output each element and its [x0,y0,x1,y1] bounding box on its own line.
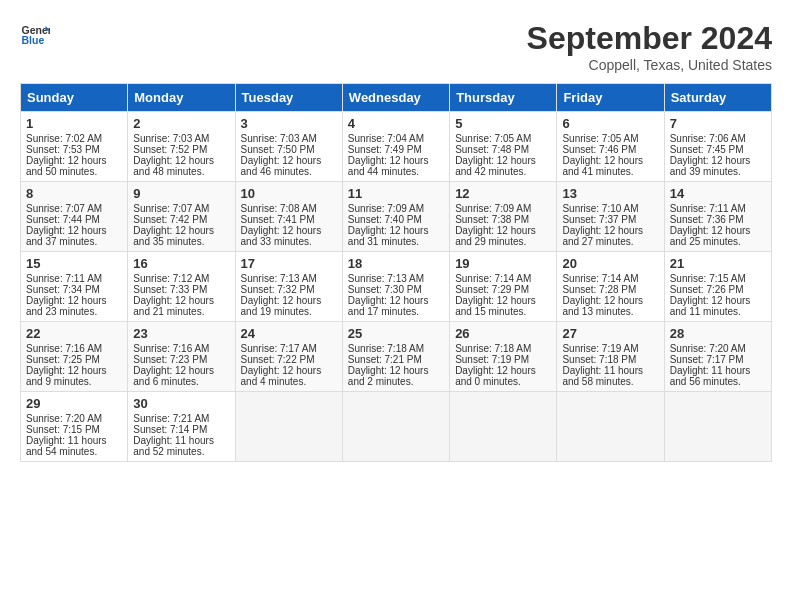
sunset-label: Sunset: 7:14 PM [133,424,207,435]
calendar-cell [664,392,771,462]
day-number: 28 [670,326,766,341]
calendar-cell: 19 Sunrise: 7:14 AM Sunset: 7:29 PM Dayl… [450,252,557,322]
calendar-cell: 28 Sunrise: 7:20 AM Sunset: 7:17 PM Dayl… [664,322,771,392]
sunrise-label: Sunrise: 7:20 AM [670,343,746,354]
day-number: 16 [133,256,229,271]
daylight-label: Daylight: 12 hours and 27 minutes. [562,225,643,247]
calendar-cell: 11 Sunrise: 7:09 AM Sunset: 7:40 PM Dayl… [342,182,449,252]
day-number: 15 [26,256,122,271]
calendar-cell: 27 Sunrise: 7:19 AM Sunset: 7:18 PM Dayl… [557,322,664,392]
day-number: 26 [455,326,551,341]
calendar-cell [235,392,342,462]
calendar-cell: 2 Sunrise: 7:03 AM Sunset: 7:52 PM Dayli… [128,112,235,182]
day-number: 7 [670,116,766,131]
sunset-label: Sunset: 7:32 PM [241,284,315,295]
day-number: 1 [26,116,122,131]
daylight-label: Daylight: 12 hours and 23 minutes. [26,295,107,317]
calendar-cell: 24 Sunrise: 7:17 AM Sunset: 7:22 PM Dayl… [235,322,342,392]
sunrise-label: Sunrise: 7:18 AM [455,343,531,354]
daylight-label: Daylight: 12 hours and 37 minutes. [26,225,107,247]
daylight-label: Daylight: 12 hours and 41 minutes. [562,155,643,177]
calendar-cell: 12 Sunrise: 7:09 AM Sunset: 7:38 PM Dayl… [450,182,557,252]
main-title: September 2024 [527,20,772,57]
calendar-cell: 4 Sunrise: 7:04 AM Sunset: 7:49 PM Dayli… [342,112,449,182]
daylight-label: Daylight: 12 hours and 19 minutes. [241,295,322,317]
logo-icon: General Blue [20,20,50,50]
calendar-cell: 3 Sunrise: 7:03 AM Sunset: 7:50 PM Dayli… [235,112,342,182]
weekday-friday: Friday [557,84,664,112]
sunrise-label: Sunrise: 7:07 AM [133,203,209,214]
calendar-cell: 18 Sunrise: 7:13 AM Sunset: 7:30 PM Dayl… [342,252,449,322]
calendar-cell: 25 Sunrise: 7:18 AM Sunset: 7:21 PM Dayl… [342,322,449,392]
sunset-label: Sunset: 7:49 PM [348,144,422,155]
day-number: 12 [455,186,551,201]
calendar-cell: 7 Sunrise: 7:06 AM Sunset: 7:45 PM Dayli… [664,112,771,182]
weekday-sunday: Sunday [21,84,128,112]
sunset-label: Sunset: 7:26 PM [670,284,744,295]
daylight-label: Daylight: 12 hours and 2 minutes. [348,365,429,387]
day-number: 22 [26,326,122,341]
daylight-label: Daylight: 11 hours and 54 minutes. [26,435,107,457]
calendar-cell: 26 Sunrise: 7:18 AM Sunset: 7:19 PM Dayl… [450,322,557,392]
day-number: 25 [348,326,444,341]
calendar-cell: 10 Sunrise: 7:08 AM Sunset: 7:41 PM Dayl… [235,182,342,252]
daylight-label: Daylight: 12 hours and 48 minutes. [133,155,214,177]
daylight-label: Daylight: 12 hours and 33 minutes. [241,225,322,247]
day-number: 9 [133,186,229,201]
sunrise-label: Sunrise: 7:20 AM [26,413,102,424]
sunset-label: Sunset: 7:50 PM [241,144,315,155]
page-header: General Blue September 2024 Coppell, Tex… [20,20,772,73]
day-number: 4 [348,116,444,131]
calendar-cell: 22 Sunrise: 7:16 AM Sunset: 7:25 PM Dayl… [21,322,128,392]
calendar-cell: 17 Sunrise: 7:13 AM Sunset: 7:32 PM Dayl… [235,252,342,322]
calendar-cell: 16 Sunrise: 7:12 AM Sunset: 7:33 PM Dayl… [128,252,235,322]
sunset-label: Sunset: 7:25 PM [26,354,100,365]
sunrise-label: Sunrise: 7:10 AM [562,203,638,214]
sunrise-label: Sunrise: 7:05 AM [455,133,531,144]
sub-title: Coppell, Texas, United States [527,57,772,73]
day-number: 24 [241,326,337,341]
sunrise-label: Sunrise: 7:14 AM [455,273,531,284]
sunset-label: Sunset: 7:45 PM [670,144,744,155]
day-number: 27 [562,326,658,341]
daylight-label: Daylight: 12 hours and 31 minutes. [348,225,429,247]
weekday-saturday: Saturday [664,84,771,112]
weekday-monday: Monday [128,84,235,112]
weekday-tuesday: Tuesday [235,84,342,112]
daylight-label: Daylight: 12 hours and 6 minutes. [133,365,214,387]
day-number: 10 [241,186,337,201]
sunrise-label: Sunrise: 7:13 AM [241,273,317,284]
sunset-label: Sunset: 7:44 PM [26,214,100,225]
daylight-label: Daylight: 12 hours and 11 minutes. [670,295,751,317]
day-number: 18 [348,256,444,271]
calendar-cell: 14 Sunrise: 7:11 AM Sunset: 7:36 PM Dayl… [664,182,771,252]
calendar-table: SundayMondayTuesdayWednesdayThursdayFrid… [20,83,772,462]
sunrise-label: Sunrise: 7:09 AM [348,203,424,214]
day-number: 21 [670,256,766,271]
day-number: 3 [241,116,337,131]
calendar-cell: 15 Sunrise: 7:11 AM Sunset: 7:34 PM Dayl… [21,252,128,322]
svg-text:Blue: Blue [22,34,45,46]
calendar-cell [450,392,557,462]
calendar-cell: 9 Sunrise: 7:07 AM Sunset: 7:42 PM Dayli… [128,182,235,252]
sunrise-label: Sunrise: 7:08 AM [241,203,317,214]
weekday-thursday: Thursday [450,84,557,112]
day-number: 30 [133,396,229,411]
calendar-cell: 6 Sunrise: 7:05 AM Sunset: 7:46 PM Dayli… [557,112,664,182]
sunset-label: Sunset: 7:38 PM [455,214,529,225]
sunset-label: Sunset: 7:42 PM [133,214,207,225]
sunrise-label: Sunrise: 7:17 AM [241,343,317,354]
sunset-label: Sunset: 7:52 PM [133,144,207,155]
daylight-label: Daylight: 11 hours and 58 minutes. [562,365,643,387]
calendar-body: 1 Sunrise: 7:02 AM Sunset: 7:53 PM Dayli… [21,112,772,462]
day-number: 14 [670,186,766,201]
day-number: 17 [241,256,337,271]
daylight-label: Daylight: 12 hours and 15 minutes. [455,295,536,317]
calendar-week-2: 8 Sunrise: 7:07 AM Sunset: 7:44 PM Dayli… [21,182,772,252]
weekday-wednesday: Wednesday [342,84,449,112]
sunset-label: Sunset: 7:19 PM [455,354,529,365]
calendar-cell [342,392,449,462]
daylight-label: Daylight: 12 hours and 50 minutes. [26,155,107,177]
calendar-cell: 1 Sunrise: 7:02 AM Sunset: 7:53 PM Dayli… [21,112,128,182]
daylight-label: Daylight: 12 hours and 44 minutes. [348,155,429,177]
